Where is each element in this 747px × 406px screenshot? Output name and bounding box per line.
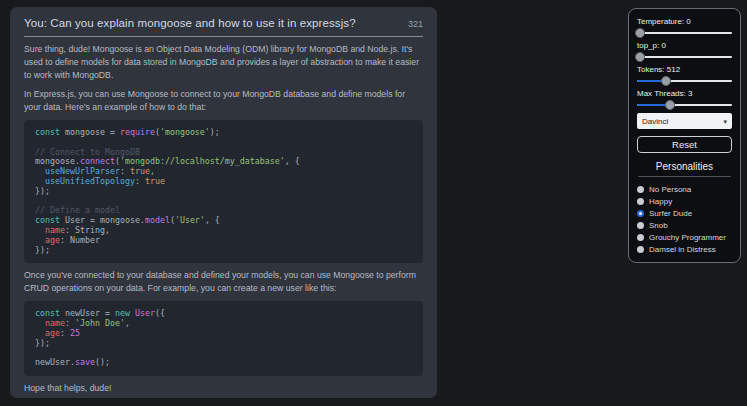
slider-label: top_p: 0 xyxy=(637,41,732,50)
personality-label: Surfer Dude xyxy=(649,209,692,218)
slider-label: Temperature: 0 xyxy=(637,17,732,26)
slider-tokens[interactable] xyxy=(637,75,732,86)
code-block-create-user: const newUser = new User({ name: 'John D… xyxy=(24,301,423,376)
slider-max-threads[interactable] xyxy=(637,99,732,110)
radio-icon xyxy=(637,234,644,241)
personalities-list: No Persona Happy Surfer Dude Snob Grouch… xyxy=(637,183,732,255)
personality-option[interactable]: Surfer Dude xyxy=(637,207,732,219)
radio-icon xyxy=(637,210,644,217)
answer-paragraph: Once you've connected to your database a… xyxy=(24,269,423,295)
slider-track xyxy=(637,104,732,106)
personalities-divider xyxy=(638,176,731,177)
answer-paragraph: In Express.js, you can use Mongoose to c… xyxy=(24,88,423,114)
personality-label: Grouchy Programmer xyxy=(649,233,726,242)
slider-thumb[interactable] xyxy=(635,28,645,38)
reset-button[interactable]: Reset xyxy=(637,136,732,153)
slider-track xyxy=(637,56,732,58)
radio-icon xyxy=(637,198,644,205)
personality-label: Snob xyxy=(649,221,668,230)
chevron-down-icon: ▾ xyxy=(723,118,727,125)
personality-option[interactable]: No Persona xyxy=(637,183,732,195)
personality-label: Damsel in Distress xyxy=(649,245,716,254)
code-block-connect-model: const mongoose = require('mongoose'); //… xyxy=(24,120,423,263)
slider-thumb[interactable] xyxy=(665,100,675,110)
token-count: 321 xyxy=(408,19,423,29)
answer-paragraph: Hope that helps, dude! xyxy=(24,382,423,395)
radio-icon xyxy=(637,246,644,253)
model-select-value: Davinci xyxy=(642,117,668,126)
model-select[interactable]: Davinci ▾ xyxy=(637,113,732,129)
header-divider xyxy=(24,36,423,37)
slider-group: Temperature: 0 top_p: 0 Tokens: 512 Max … xyxy=(637,17,732,110)
personality-option[interactable]: Grouchy Programmer xyxy=(637,231,732,243)
settings-sidebar: Temperature: 0 top_p: 0 Tokens: 512 Max … xyxy=(628,8,741,263)
app-background: You: Can you explain mongoose and how to… xyxy=(0,0,747,406)
personalities-title: Personalities xyxy=(637,161,732,172)
personality-label: Happy xyxy=(649,197,672,206)
slider-track xyxy=(637,32,732,34)
slider-thumb[interactable] xyxy=(661,76,671,86)
slider-top-p[interactable] xyxy=(637,51,732,62)
slider-label: Max Threads: 3 xyxy=(637,89,732,98)
personality-option[interactable]: Snob xyxy=(637,219,732,231)
chat-panel: You: Can you explain mongoose and how to… xyxy=(10,7,437,398)
chat-header: You: Can you explain mongoose and how to… xyxy=(24,17,423,29)
personality-label: No Persona xyxy=(649,185,691,194)
slider-track xyxy=(637,80,732,82)
radio-icon xyxy=(637,222,644,229)
radio-icon xyxy=(637,186,644,193)
slider-thumb[interactable] xyxy=(635,52,645,62)
personality-option[interactable]: Happy xyxy=(637,195,732,207)
slider-label: Tokens: 512 xyxy=(637,65,732,74)
user-question: You: Can you explain mongoose and how to… xyxy=(24,17,356,29)
personality-option[interactable]: Damsel in Distress xyxy=(637,243,732,255)
slider-temperature[interactable] xyxy=(637,27,732,38)
answer-paragraph: Sure thing, dude! Mongoose is an Object … xyxy=(24,43,423,82)
